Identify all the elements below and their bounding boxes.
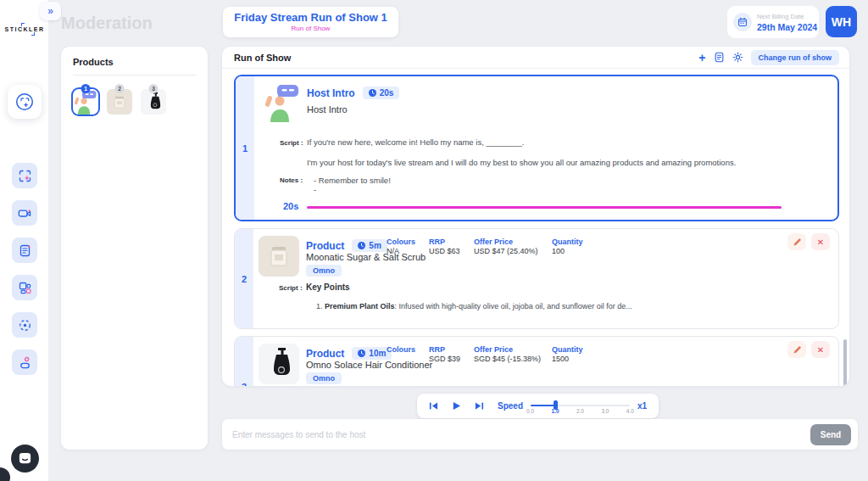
- sidebar-item-profile[interactable]: [12, 350, 37, 375]
- billing-card: Next Billing Date 29th May 2024: [727, 6, 819, 38]
- settings-button[interactable]: [732, 52, 743, 63]
- rrp-value: SGD $39: [429, 355, 460, 363]
- products-panel-title: Products: [61, 47, 208, 75]
- item-number: 3: [235, 337, 253, 386]
- logo-bracket: [21, 23, 25, 26]
- clock-icon: [369, 89, 376, 97]
- document-icon: [19, 244, 31, 257]
- speed-label: Speed: [498, 401, 523, 411]
- add-item-button[interactable]: +: [698, 52, 705, 64]
- message-bar: Send: [222, 419, 858, 450]
- duration-value: 5m: [369, 241, 381, 250]
- thumbnail-badge: 3: [149, 84, 159, 93]
- sidebar-item-documents[interactable]: [12, 238, 37, 263]
- host-message-input[interactable]: [232, 430, 810, 439]
- person-icon: [19, 356, 31, 369]
- sidebar-item-moderation[interactable]: [8, 85, 42, 119]
- sidebar-item-stream[interactable]: [12, 200, 37, 226]
- layout-grid-icon: [19, 282, 31, 294]
- progress-bar: [307, 206, 782, 209]
- sidebar-expand-button[interactable]: »: [40, 2, 61, 20]
- note-line: - Remember to smile!: [314, 176, 391, 185]
- duration-value: 10m: [369, 349, 386, 358]
- play-button[interactable]: [452, 401, 461, 411]
- chat-launcher-button[interactable]: [11, 445, 39, 473]
- clock-icon: [358, 350, 365, 357]
- script-label: Script :: [280, 139, 303, 147]
- show-title-card: Friday Stream Run of Show 1 Run of Show: [223, 7, 398, 37]
- run-of-show-title: Run of Show: [234, 53, 291, 63]
- notes-label: Notes :: [280, 176, 303, 184]
- slider-fill: [531, 405, 555, 406]
- colours-label: Colours: [387, 345, 415, 354]
- rrp-column: RRP USD $63: [429, 238, 460, 255]
- quantity-column: Quantity 1500: [552, 345, 583, 363]
- sidebar-item-focus[interactable]: [12, 312, 37, 338]
- script-heading: Key Points: [306, 282, 350, 292]
- playback-controls: Speed 0.0 1.0 2.0 3.0 4.0 x1: [417, 394, 659, 418]
- host-illustration: [263, 83, 302, 122]
- item-title: Moonatic Sugar & Salt Scrub: [306, 252, 426, 262]
- item-type-label: Product: [306, 240, 344, 252]
- product-thumbnail-3[interactable]: 3: [141, 89, 166, 115]
- speed-slider[interactable]: 0.0 1.0 2.0 3.0 4.0: [531, 397, 630, 416]
- offer-price-column: Offer Price SGD $45 (-15.38%): [474, 345, 541, 363]
- sidebar-item-frame[interactable]: [12, 163, 37, 188]
- skip-previous-icon: [429, 401, 438, 411]
- edit-button[interactable]: [787, 341, 806, 358]
- rrp-column: RRP SGD $39: [429, 345, 460, 363]
- run-of-show-panel: Run of Show +: [222, 47, 849, 386]
- product-thumbnail-2[interactable]: 2: [107, 89, 132, 115]
- script-view-button[interactable]: [714, 52, 725, 63]
- capture-frame-icon: [15, 92, 34, 111]
- item-type-label: Product: [306, 348, 344, 360]
- brand-badge: Omno: [306, 372, 342, 384]
- next-button[interactable]: [475, 401, 484, 411]
- item-title: Omno Solace Hair Conditioner: [306, 360, 432, 370]
- offer-price-value: SGD $45 (-15.38%): [474, 355, 541, 363]
- play-icon: [452, 401, 461, 411]
- billing-label: Next Billing Date: [757, 13, 817, 20]
- item-number: 2: [235, 229, 253, 328]
- thumbnail-badge: 1: [81, 84, 91, 93]
- key-point-term: Premium Plant Oils: [325, 302, 395, 310]
- rrp-label: RRP: [429, 345, 460, 354]
- item-number: 1: [236, 76, 254, 220]
- tick-label: 3.0: [601, 408, 609, 414]
- quantity-label: Quantity: [552, 345, 583, 354]
- edit-button[interactable]: [787, 233, 806, 250]
- previous-button[interactable]: [429, 401, 438, 411]
- colours-label: Colours: [387, 238, 415, 246]
- video-camera-icon: [18, 207, 31, 220]
- pencil-icon: [793, 238, 802, 247]
- delete-button[interactable]: ✕: [811, 233, 830, 250]
- key-point-text: : Infused with high-quality olive oil, j…: [395, 302, 632, 310]
- product-image-bottle: [259, 344, 299, 384]
- avatar[interactable]: WH: [826, 6, 857, 37]
- send-button[interactable]: Send: [810, 424, 851, 445]
- run-item-product-conditioner[interactable]: 3 Product: [234, 336, 839, 386]
- thumbnail-badge: 2: [115, 84, 125, 93]
- quantity-value: 1500: [552, 355, 583, 363]
- product-thumbnail-1[interactable]: 1: [73, 89, 98, 115]
- script-label: Script :: [279, 284, 303, 292]
- quantity-column: Quantity 100: [552, 238, 583, 255]
- rrp-label: RRP: [429, 238, 460, 246]
- delete-button[interactable]: ✕: [811, 341, 830, 358]
- key-point-index: 1.: [316, 302, 323, 310]
- colours-column: Colours: [387, 345, 415, 355]
- key-point: 1. Premium Plant Oils: Infused with high…: [316, 302, 632, 310]
- run-item-product-scrub[interactable]: 2 Product: [234, 228, 839, 329]
- offer-price-column: Offer Price USD $47 (25.40%): [474, 238, 538, 255]
- gear-icon: [732, 52, 743, 63]
- item-type-label: Host Intro: [307, 87, 355, 99]
- focus-circle-icon: [19, 319, 31, 332]
- sidebar-item-layouts[interactable]: [12, 275, 37, 300]
- scrollbar[interactable]: [843, 339, 847, 386]
- app-logo-text: STICKLER: [5, 26, 45, 32]
- document-icon: [714, 52, 725, 63]
- duration-value: 20s: [380, 88, 394, 98]
- tick-label: 1.0: [551, 408, 559, 414]
- change-run-of-show-button[interactable]: Change run of show: [751, 50, 840, 65]
- run-item-host-intro[interactable]: 1 Host Intro: [234, 75, 839, 221]
